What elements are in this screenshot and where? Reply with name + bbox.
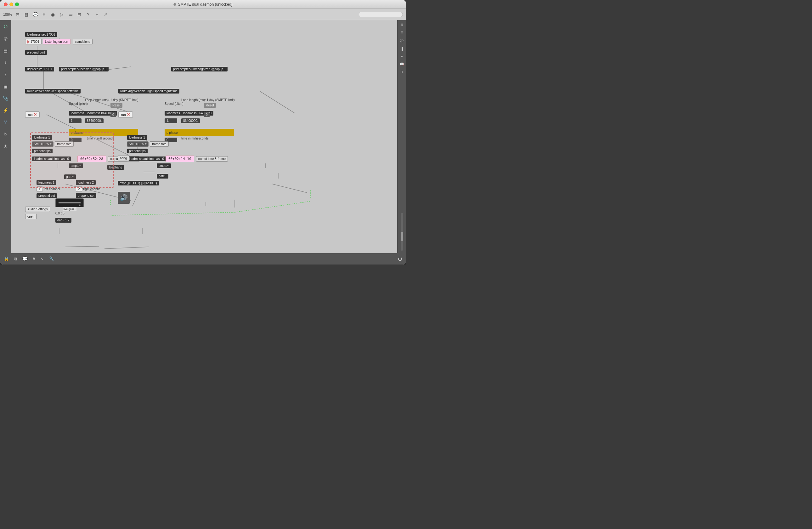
toolbar-icon-11[interactable]: ↗ — [103, 11, 109, 18]
lock-icon[interactable]: 🔒 — [4, 256, 9, 261]
minimize-button[interactable] — [10, 2, 13, 6]
run-right-node: run ✕ — [118, 112, 133, 118]
print-received-box[interactable]: print smpted-received @popup 1 — [59, 67, 108, 71]
maximize-button[interactable] — [15, 2, 19, 6]
modified-dot — [173, 3, 176, 6]
loadmess-set-box[interactable]: loadmess set 17001 — [25, 32, 57, 37]
listening-on-port-box[interactable]: Listening on port — [43, 39, 71, 44]
smpte25-right-select[interactable]: SMPTE 25 ▼ — [127, 141, 148, 147]
reset-right-node: Reset — [204, 104, 216, 107]
camera-icon[interactable]: ⊙ — [400, 70, 403, 74]
zoom-label[interactable]: 100% — [3, 13, 12, 16]
live-gain-box[interactable] — [55, 198, 84, 207]
book-icon[interactable]: 📖 — [400, 62, 404, 66]
prepend-fps-right-box[interactable]: prepend fps — [127, 148, 148, 153]
val-86400000-left-box[interactable]: 86400000. — [85, 118, 103, 123]
copy-icon[interactable]: ⧉ — [14, 256, 17, 262]
val-86400000-left-node: 86400000. — [85, 118, 103, 123]
bang-node: bang — [118, 156, 129, 161]
toolbar-icon-1[interactable]: ⊟ — [14, 11, 21, 18]
zero-left-box[interactable]: 0 — [111, 112, 116, 117]
dac-box[interactable]: dac~ 1 2 — [55, 218, 71, 223]
power-icon[interactable]: ⏻ — [398, 256, 402, 261]
cursor-icon[interactable]: ↖ — [40, 256, 44, 261]
sidebar-layers-icon[interactable]: ▤ — [2, 47, 10, 54]
prepend-set-right-box[interactable]: prepend set — [76, 193, 96, 198]
print-unrecognized-node: print smpted-unrecognized @popup 1 — [171, 67, 228, 71]
sidebar-star-icon[interactable]: ★ — [2, 142, 10, 150]
comment-icon[interactable]: 💬 — [22, 256, 28, 261]
speaker-icon[interactable]: 🔊 — [118, 192, 130, 204]
phasor-right-node: p phasor — [164, 129, 234, 136]
loadmess-autoinc-right-box[interactable]: loadmess autoincrease 0 — [127, 157, 166, 161]
info-icon[interactable]: ⓘ — [400, 39, 404, 43]
toolbar-icon-7[interactable]: ▭ — [67, 11, 74, 18]
prepend-fps-right-node: prepend fps — [127, 148, 148, 153]
val-86400000-right-box[interactable]: 86400000. — [181, 118, 200, 123]
close-button[interactable] — [4, 2, 8, 6]
toolbar-icon-3[interactable]: 💬 — [32, 11, 39, 18]
zero-left-node: 0 — [111, 113, 116, 116]
standalone-box[interactable]: standalone — [73, 39, 92, 44]
loadmess1-right2-node: loadmess 1 — [127, 135, 147, 140]
print-unrecognized-box[interactable]: print smpted-unrecognized @popup 1 — [171, 67, 228, 71]
port-number-box[interactable]: 17001 — [25, 39, 42, 44]
frame-rate-right-box[interactable]: frame rate — [150, 141, 169, 147]
bang-box[interactable]: bang — [118, 156, 129, 161]
toolbar-icon-4[interactable]: ✕ — [41, 11, 47, 18]
left-sidebar: ⬡ ◎ ▤ ♪ ⋮ ▣ 📎 ⚡ V b ★ — [0, 20, 11, 253]
svg-line-19 — [132, 189, 140, 206]
route-right-box[interactable]: route /right/enable /right/speed /right/… — [118, 89, 179, 94]
gate-tilde-right-box[interactable]: gate~ — [157, 174, 169, 178]
toolbar-icon-5[interactable]: ◉ — [50, 11, 56, 18]
grid-icon[interactable]: ⊞ — [400, 23, 403, 27]
reset-right-box[interactable]: Reset — [204, 103, 216, 108]
output-right-box[interactable]: output time & frame — [196, 156, 228, 161]
loop-length-right-label: Loop length (ms): 1 day (SMPTE limit) — [181, 98, 235, 102]
val-1-left-box[interactable]: 1. — [69, 118, 82, 123]
run-left-box[interactable]: run ✕ — [25, 112, 40, 118]
val-1-right-box[interactable]: 1. — [164, 118, 177, 123]
sidebar-cube-icon[interactable]: ⬡ — [2, 23, 10, 30]
loadmess-autoinc-right-node: loadmess autoincrease 0 — [127, 157, 166, 161]
loop-length-left-label: Loop length (ms): 1 day (SMPTE limit) — [85, 98, 139, 102]
toolbar-icon-6[interactable]: ▷ — [59, 11, 65, 18]
sidebar-image-icon[interactable]: ▣ — [2, 83, 10, 90]
run-right-box[interactable]: run ✕ — [118, 112, 133, 118]
dots-icon[interactable]: ⠿ — [401, 30, 403, 34]
udpreceive-box[interactable]: udpreceive 17001 — [25, 67, 54, 71]
number-triangle-icon — [27, 40, 30, 43]
toolbar-icon-8[interactable]: ⊟ — [76, 11, 83, 18]
audio-settings-box[interactable]: Audio Settings — [25, 206, 50, 212]
sidebar-clip-icon[interactable]: 📎 — [2, 95, 10, 102]
reset-left-box[interactable]: Reset — [111, 103, 122, 108]
search-input[interactable] — [359, 12, 403, 17]
toolbar-icon-2[interactable]: ▦ — [23, 11, 30, 18]
open-box[interactable]: open — [25, 214, 37, 219]
scrollbar-thumb[interactable] — [401, 232, 403, 241]
scrollbar-track[interactable] — [401, 213, 403, 251]
timecode-right-box[interactable]: 00:02:14:10 — [165, 156, 194, 162]
prepend-set-left-box[interactable]: prepend set — [37, 193, 57, 198]
sidebar-v-icon[interactable]: V — [2, 118, 10, 126]
hashtag-icon[interactable]: # — [33, 256, 35, 261]
sidebar-list-icon[interactable]: ⋮ — [2, 71, 10, 78]
lines-icon[interactable]: ≡ — [401, 55, 403, 58]
audio-settings-node: Audio Settings — [25, 206, 50, 212]
loadmess1-right2-box[interactable]: loadmess 1 — [127, 135, 147, 140]
zero-right-box[interactable]: 0 — [204, 112, 209, 117]
sidebar-note-icon[interactable]: ♪ — [2, 59, 10, 66]
prepend-port-box[interactable]: prepend port — [25, 50, 47, 55]
expr-box[interactable]: expr ($i1 == 1) || ($i2 == 1) — [118, 181, 159, 185]
sidebar-b-icon[interactable]: b — [2, 130, 10, 138]
val-1-right-node: 1. — [164, 118, 177, 123]
wrench-icon[interactable]: 🔧 — [49, 256, 55, 261]
toolbar-icon-9[interactable]: ? — [85, 11, 91, 18]
sidebar-crosshair-icon[interactable]: ◎ — [2, 34, 10, 42]
route-left-box[interactable]: route /left/enable /left/speed /left/tim… — [25, 89, 81, 94]
toolbar-icon-10[interactable]: + — [94, 11, 100, 18]
phasor-right-bar[interactable]: p phasor — [164, 129, 234, 136]
toggle-icon[interactable]: ▐ — [401, 47, 403, 51]
sidebar-plug-icon[interactable]: ⚡ — [2, 106, 10, 114]
smpte-tilde-right-box[interactable]: smpte~ — [157, 163, 171, 168]
